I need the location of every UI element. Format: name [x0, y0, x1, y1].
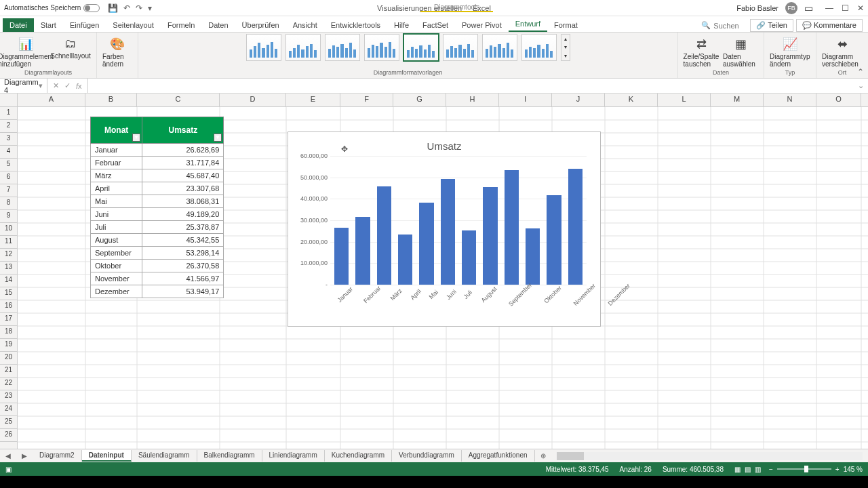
column-header-N[interactable]: N [764, 94, 816, 106]
change-colors-button[interactable]: 🎨 Farben ändern [102, 34, 132, 68]
chart-bar-juni[interactable] [441, 179, 455, 285]
chart-style-2[interactable] [285, 34, 321, 61]
chart-plot-area[interactable]: -10.000,0020.000,0030.000,0040.000,0050.… [330, 156, 587, 285]
table-row[interactable]: Februar31.717,84 [91, 157, 224, 169]
row-header-21[interactable]: 21 [0, 365, 17, 378]
user-name[interactable]: Fabio Basler [736, 4, 778, 12]
row-header-18[interactable]: 18 [0, 326, 17, 339]
zoom-out-icon[interactable]: − [769, 466, 773, 473]
column-header-G[interactable]: G [393, 94, 446, 106]
column-header-C[interactable]: C [137, 94, 220, 106]
sheet-tab-balkendiagramm[interactable]: Balkendiagramm [197, 450, 262, 462]
table-row[interactable]: Juli25.378,87 [91, 221, 224, 234]
row-header-1[interactable]: 1 [0, 107, 17, 120]
tab-daten[interactable]: Daten [201, 18, 235, 32]
table-row[interactable]: Oktober26.370,58 [91, 260, 224, 272]
chart-bar-mai[interactable] [419, 203, 433, 285]
table-cell[interactable]: April [91, 182, 142, 195]
column-header-B[interactable]: B [85, 94, 137, 106]
fx-icon[interactable]: fx [76, 82, 82, 90]
zoom-level[interactable]: 145 % [844, 466, 863, 473]
column-header-I[interactable]: I [499, 94, 552, 106]
table-row[interactable]: Januar26.628,69 [91, 144, 224, 157]
table-row[interactable]: September53.298,14 [91, 247, 224, 260]
chart-bar-april[interactable] [398, 235, 412, 285]
chart-bar-august[interactable] [483, 187, 497, 285]
row-header-4[interactable]: 4 [0, 146, 17, 159]
row-header-24[interactable]: 24 [0, 403, 17, 416]
search-input[interactable] [713, 19, 747, 32]
table-cell[interactable]: 23.307,68 [142, 182, 224, 195]
minimize-icon[interactable]: — [825, 3, 833, 13]
tab-hilfe[interactable]: Hilfe [387, 18, 416, 32]
zoom-in-icon[interactable]: + [835, 466, 840, 473]
select-data-button[interactable]: ▦ Daten auswählen [723, 34, 758, 68]
chart-bar-juli[interactable] [462, 230, 476, 285]
close-icon[interactable]: ✕ [857, 3, 864, 13]
chart-bar-januar[interactable] [334, 228, 349, 285]
row-header-16[interactable]: 16 [0, 300, 17, 313]
sheet-tab-dateninput[interactable]: Dateninput [82, 450, 132, 462]
row-header-6[interactable]: 6 [0, 171, 17, 184]
add-chart-element-button[interactable]: 📊 Diagrammelement hinzufügen [5, 34, 46, 68]
row-header-9[interactable]: 9 [0, 210, 17, 223]
row-header-8[interactable]: 8 [0, 197, 17, 210]
formula-input[interactable] [88, 79, 854, 93]
zoom-slider[interactable] [777, 468, 831, 470]
comments-button[interactable]: 💬 Kommentare [796, 19, 863, 32]
tab-start[interactable]: Start [34, 18, 63, 32]
sheet-tab-säulendiagramm[interactable]: Säulendiagramm [132, 450, 197, 462]
table-cell[interactable]: 25.378,87 [142, 221, 224, 234]
ribbon-display-icon[interactable]: ▭ [804, 3, 813, 14]
table-header-umsatz[interactable]: Umsatz▾ [142, 117, 224, 144]
table-cell[interactable]: 31.717,84 [142, 157, 224, 169]
sheet-tab-verbunddiagramm[interactable]: Verbunddiagramm [392, 450, 462, 462]
row-header-11[interactable]: 11 [0, 236, 17, 249]
table-cell[interactable]: Oktober [91, 260, 142, 272]
enter-formula-icon[interactable]: ✓ [64, 81, 71, 90]
table-cell[interactable]: 53.298,14 [142, 247, 224, 260]
column-header-L[interactable]: L [658, 94, 711, 106]
column-header-D[interactable]: D [220, 94, 286, 106]
filter-dropdown-icon[interactable]: ▾ [214, 134, 222, 142]
table-row[interactable]: März45.687,40 [91, 169, 224, 182]
row-header-12[interactable]: 12 [0, 249, 17, 262]
select-all-corner[interactable] [0, 94, 18, 106]
data-table[interactable]: Monat▾Umsatz▾ Januar26.628,69Februar31.7… [89, 115, 225, 300]
tab-power pivot[interactable]: Power Pivot [455, 18, 509, 32]
record-macro-icon[interactable]: ▣ [5, 466, 12, 473]
tab-entwurf[interactable]: Entwurf [509, 17, 547, 32]
tab-einfügen[interactable]: Einfügen [63, 18, 106, 32]
row-header-15[interactable]: 15 [0, 287, 17, 300]
table-cell[interactable]: August [91, 234, 142, 247]
table-cell[interactable]: Juni [91, 208, 142, 221]
table-row[interactable]: August45.342,55 [91, 234, 224, 247]
column-header-H[interactable]: H [446, 94, 499, 106]
chart-bar-dezember[interactable] [568, 169, 583, 285]
row-header-10[interactable]: 10 [0, 223, 17, 236]
sheet-nav-next-icon[interactable]: ▶ [16, 452, 33, 460]
table-cell[interactable]: 45.687,40 [142, 169, 224, 182]
chart-title[interactable]: Umsatz [288, 132, 600, 156]
table-row[interactable]: April23.307,68 [91, 182, 224, 195]
tab-ansicht[interactable]: Ansicht [286, 18, 324, 32]
page-break-view-icon[interactable]: ▥ [755, 466, 761, 473]
table-cell[interactable]: 41.566,97 [142, 272, 224, 285]
table-row[interactable]: November41.566,97 [91, 272, 224, 285]
sheet-tab-aggregatfunktionen[interactable]: Aggregatfunktionen [462, 450, 535, 462]
redo-icon[interactable]: ↷ [136, 3, 142, 13]
tab-seitenlayout[interactable]: Seitenlayout [106, 18, 161, 32]
change-chart-type-button[interactable]: 📈 Diagrammtyp ändern [770, 34, 810, 68]
move-chart-button[interactable]: ⬌ Diagramm verschieben [822, 34, 863, 68]
table-cell[interactable]: 53.949,17 [142, 285, 224, 298]
qat-customize-icon[interactable]: ▾ [148, 3, 152, 13]
maximize-icon[interactable]: ☐ [842, 3, 849, 13]
row-header-22[interactable]: 22 [0, 378, 17, 390]
chart-style-3[interactable] [325, 34, 360, 61]
horizontal-scrollbar[interactable] [557, 452, 863, 460]
row-header-25[interactable]: 25 [0, 416, 17, 429]
row-header-23[interactable]: 23 [0, 390, 17, 403]
tab-format[interactable]: Format [547, 18, 585, 32]
chart-style-1[interactable] [246, 34, 281, 61]
chart-style-4[interactable] [364, 34, 399, 61]
